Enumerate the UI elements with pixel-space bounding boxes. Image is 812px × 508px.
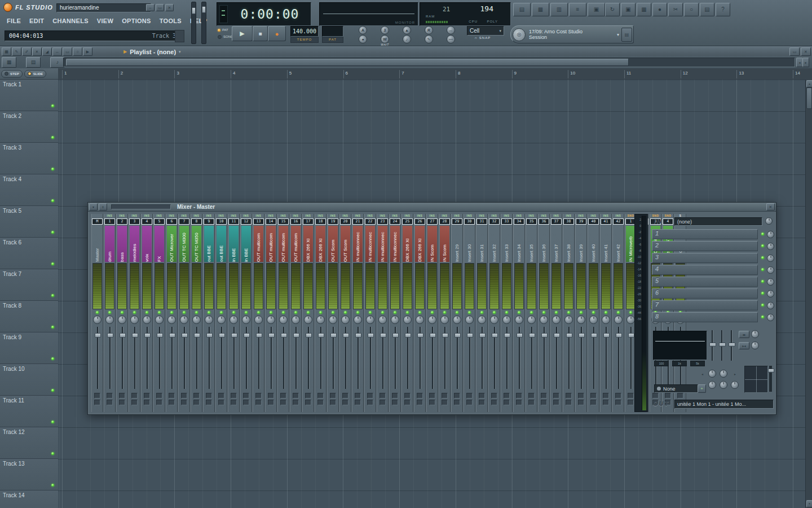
project-title[interactable]: hurieramandine [56,3,151,12]
fx-slot-mix-knob[interactable] [767,314,774,321]
track-mute-led[interactable] [51,357,54,360]
note-icon[interactable]: ♪ [403,35,411,43]
session-icon[interactable]: ◎ [513,28,526,41]
mixer-strip-insert-29[interactable]: INS 29 Insert 29 [451,214,463,412]
strip-volume-fader[interactable] [452,325,462,391]
strip-route-icon[interactable] [578,400,584,405]
playlist-track-11[interactable]: Track 11 [0,396,58,427]
playlist-track-12[interactable]: Track 12 [0,427,58,459]
fx-slot-3[interactable]: 3 [652,252,774,264]
add-plugin-button[interactable]: + [698,384,706,393]
track-mute-led[interactable] [51,104,54,107]
close-button[interactable]: ✕ [165,4,174,11]
strip-volume-fader[interactable] [465,325,474,391]
horizontal-scrollbar[interactable] [63,58,795,67]
strip-pan-knob[interactable] [279,316,288,324]
mixer-strip-voix[interactable]: INS 4 voix [141,214,153,412]
slide-toggle[interactable]: SLIDE [24,70,47,78]
strip-enable-led[interactable] [319,311,322,314]
strip-volume-fader[interactable] [589,325,598,391]
strip-enable-led[interactable] [592,311,595,314]
strip-pan-knob[interactable] [205,316,213,324]
strip-route-icon[interactable] [491,400,497,405]
typing-keyboard-icon[interactable]: A [359,26,367,34]
timeline-bar-number[interactable]: 5 [289,71,292,76]
strip-pan-knob[interactable] [614,316,623,324]
scroll-up-button[interactable]: ▴ [806,80,812,87]
playback-tool-icon[interactable]: ▶ [83,47,92,56]
song-led[interactable] [218,35,222,39]
zoom-tool-icon[interactable]: ○ [73,47,82,56]
mixer-strip-out-tc-m300[interactable]: INS 7 OUT TC M300 [178,214,190,412]
strip-pan-knob[interactable] [180,316,188,324]
snap-selector[interactable]: Cell ▾ [467,26,504,36]
playlist-track-2[interactable]: Track 2 [0,111,58,143]
strip-volume-fader[interactable] [303,325,313,391]
browser-panel-icon[interactable]: ≡ [569,3,586,16]
strip-route-icon[interactable] [206,400,212,405]
strip-volume-fader[interactable] [601,325,611,391]
strip-enable-led[interactable] [394,311,396,314]
strip-volume-fader[interactable] [489,325,499,391]
fx-slot-led[interactable] [761,233,764,235]
strip-pan-knob[interactable] [502,316,511,324]
playlist-close-button[interactable]: ✕ [801,47,811,56]
strip-route-icon[interactable] [479,400,485,405]
strip-volume-fader[interactable] [92,325,102,391]
strip-volume-fader[interactable] [427,325,437,391]
mixer-strip-insert-33[interactable]: INS 33 Insert 33 [501,214,513,412]
mixer-strip-insert-37[interactable]: INS 37 Insert 37 [550,214,562,412]
strip-enable-led[interactable] [443,311,446,314]
strip-pan-knob[interactable] [217,316,226,324]
strip-route-icon[interactable] [169,400,175,405]
strip-route-icon[interactable] [615,400,621,405]
fx-slot-plate[interactable] [652,253,758,263]
mute-tool-icon[interactable]: ◢ [42,47,52,56]
strip-volume-fader[interactable] [551,325,561,391]
strip-route-icon[interactable] [528,400,535,405]
playlist-track-14[interactable]: Track 14 [0,491,58,508]
menu-item-channels[interactable]: CHANNELS [52,17,89,24]
strip-volume-fader[interactable] [241,325,251,391]
mixer-strip-insert-39[interactable]: INS 39 Insert 39 [575,214,587,412]
mixer-strip-out-scom[interactable]: INS 19 OUT Scom [327,214,339,412]
strip-pan-knob[interactable] [540,316,548,324]
strip-fx-slot-icon[interactable] [541,393,547,398]
zoom-icon[interactable]: ○ [684,3,699,16]
cut-icon[interactable]: ✂ [668,3,683,16]
fx-slot-8[interactable]: 8 [652,312,774,323]
timeline-bar-number[interactable]: 14 [795,71,800,76]
record-button[interactable]: ● [268,26,286,41]
strip-route-icon[interactable] [628,400,634,405]
strip-volume-fader[interactable] [440,325,449,391]
timeline-bar-number[interactable]: 10 [570,71,575,76]
strip-enable-led[interactable] [282,311,285,314]
strip-enable-led[interactable] [418,311,421,314]
fx-slot-7[interactable]: 7 [652,300,774,312]
menu-item-view[interactable]: VIEW [97,17,113,24]
track-mute-led[interactable] [51,199,54,202]
strip-route-icon[interactable] [131,400,138,405]
playlist-track-5[interactable]: Track 5 [0,206,58,238]
strip-volume-fader[interactable] [316,325,325,391]
strip-enable-led[interactable] [505,311,508,314]
strip-fx-slot-icon[interactable] [305,393,311,398]
strip-route-icon[interactable] [504,400,510,405]
strip-pan-knob[interactable] [416,316,424,324]
strip-volume-fader[interactable] [204,325,214,391]
mixer-strip-in-bbe[interactable]: INS 11 in BBE [228,214,240,412]
fx-slot-plate[interactable] [652,288,758,299]
strip-pan-knob[interactable] [267,316,275,324]
strip-fx-slot-icon[interactable] [131,393,138,398]
mixer-strip-insert-35[interactable]: INS 35 Insert 35 [526,214,537,412]
fx-slot-plate[interactable] [652,229,758,239]
strip-pan-knob[interactable] [230,316,238,324]
strip-route-icon[interactable] [404,400,411,405]
strip-enable-led[interactable] [567,311,570,314]
strip-enable-led[interactable] [530,311,533,314]
strip-fx-slot-icon[interactable] [491,393,497,398]
strip-pan-knob[interactable] [626,316,635,324]
timeline-bar-number[interactable]: 4 [233,71,235,76]
strip-route-icon[interactable] [94,400,100,405]
strip-pan-knob[interactable] [440,316,449,324]
